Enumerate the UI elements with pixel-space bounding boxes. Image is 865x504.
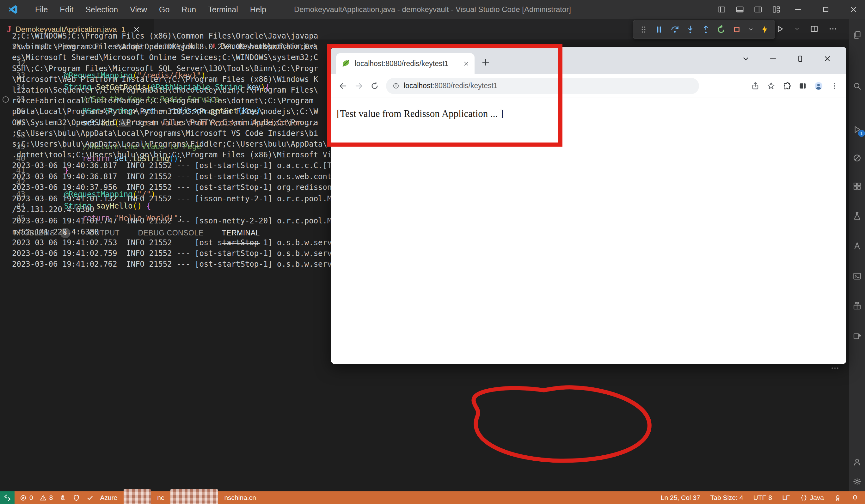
terminal-box-icon[interactable] xyxy=(852,271,862,281)
status-item-rocket[interactable] xyxy=(59,494,66,502)
chevron-down-icon[interactable] xyxy=(794,26,800,32)
menu-item-run[interactable]: Run xyxy=(175,0,202,19)
profile-avatar[interactable] xyxy=(814,82,823,90)
site-info-icon[interactable] xyxy=(392,82,400,90)
browser-tab[interactable]: localhost:8080/redis/keytest1 xyxy=(336,53,474,74)
warning-icon xyxy=(39,494,47,502)
back-icon[interactable] xyxy=(338,82,347,90)
status-item[interactable]: Ln 25, Col 37 xyxy=(661,494,700,502)
bookmark-star-icon[interactable] xyxy=(767,82,775,90)
maximize-icon[interactable] xyxy=(821,5,830,14)
browser-menu-icon[interactable] xyxy=(830,82,839,90)
breakpoint-icon[interactable] xyxy=(2,96,9,103)
beaker-icon[interactable] xyxy=(852,211,862,221)
browser-minimize-icon[interactable] xyxy=(769,54,777,63)
badge: 1 xyxy=(858,130,865,137)
menu-item-go[interactable]: Go xyxy=(153,0,175,19)
status-item[interactable]: LF xyxy=(782,494,790,502)
split-icon[interactable] xyxy=(810,24,819,34)
reload-icon[interactable] xyxy=(370,82,379,90)
close-x-icon[interactable] xyxy=(849,5,858,14)
status-text: UTF-8 xyxy=(753,494,772,502)
layout-custom-icon[interactable] xyxy=(772,5,781,14)
pause-icon[interactable] xyxy=(654,25,664,34)
grid-icon[interactable] xyxy=(852,181,862,191)
status-item-error-circle[interactable]: 0 xyxy=(20,494,33,502)
gift-icon xyxy=(852,301,862,310)
status-text: Ln 25, Col 37 xyxy=(661,494,700,502)
status-text: Java xyxy=(810,494,824,502)
share-icon[interactable] xyxy=(751,82,760,90)
status-item-warning[interactable]: 8 xyxy=(39,494,53,502)
layout-sidebar-left-icon[interactable] xyxy=(717,5,726,14)
gear-icon[interactable] xyxy=(852,477,862,486)
menu-item-terminal[interactable]: Terminal xyxy=(202,0,244,19)
status-item[interactable]: nschina.cn xyxy=(224,494,256,502)
person-icon[interactable] xyxy=(852,457,862,467)
minimize-icon[interactable] xyxy=(794,5,803,14)
browser-menu-chevron-icon[interactable] xyxy=(741,54,750,63)
status-item-braces[interactable]: Java xyxy=(800,494,824,502)
step-out-icon[interactable] xyxy=(701,25,711,34)
remote-icon xyxy=(3,494,11,502)
more-h-icon[interactable] xyxy=(828,24,838,34)
more-actions-icon[interactable] xyxy=(828,363,842,373)
right-activity-bar: 1 xyxy=(849,19,865,491)
copy-icon xyxy=(852,30,862,39)
browser-tab-close-icon[interactable] xyxy=(463,60,470,67)
browser-maximize-icon[interactable] xyxy=(796,54,805,63)
gift-icon[interactable] xyxy=(852,301,862,310)
titlebar: FileEditSelectionViewGoRunTerminalHelp D… xyxy=(0,0,865,19)
layout-controls xyxy=(717,0,781,19)
restart-icon[interactable] xyxy=(716,25,726,34)
response-text: [Test value from Redisson Application ..… xyxy=(331,98,846,119)
browser-tab-title: localhost:8080/redis/keytest1 xyxy=(355,59,459,68)
letter-a-icon[interactable] xyxy=(852,241,862,250)
menu-item-selection[interactable]: Selection xyxy=(79,0,124,19)
status-item[interactable]: UTF-8 xyxy=(753,494,772,502)
circle-slash-icon xyxy=(852,153,862,163)
search-icon[interactable] xyxy=(852,81,862,91)
side-panel-icon[interactable] xyxy=(798,82,807,90)
status-item[interactable]: Tab Size: 4 xyxy=(711,494,743,502)
status-text: 8 xyxy=(49,494,53,502)
menu-item-file[interactable]: File xyxy=(29,0,54,19)
debug-toolbar xyxy=(633,20,775,39)
layout-panel-icon[interactable] xyxy=(735,5,744,14)
stop-icon[interactable] xyxy=(732,25,742,34)
debug-play-icon[interactable]: 1 xyxy=(852,125,862,134)
copy-icon[interactable] xyxy=(852,30,862,39)
browser-close-icon[interactable] xyxy=(823,54,832,63)
browser-window-controls xyxy=(741,54,832,63)
new-tab-icon[interactable] xyxy=(481,58,491,67)
browser-tabstrip: localhost:8080/redis/keytest1 xyxy=(331,47,846,74)
url-host: localhost xyxy=(404,82,432,90)
chevron-down-icon[interactable] xyxy=(748,26,754,33)
status-item-bell[interactable] xyxy=(851,494,859,502)
status-item[interactable]: Azure xyxy=(100,494,117,502)
circle-slash-icon[interactable] xyxy=(852,153,862,163)
browser-window[interactable]: localhost:8080/redis/keytest1 localhost:… xyxy=(331,47,846,364)
layout-sidebar-right-icon[interactable] xyxy=(754,5,763,14)
status-item[interactable]: nc xyxy=(157,494,164,502)
forward-icon[interactable] xyxy=(354,82,363,90)
browser-content: [Test value from Redisson Application ..… xyxy=(331,98,846,364)
lightning-icon[interactable] xyxy=(760,25,770,34)
status-item-award[interactable] xyxy=(834,494,841,502)
status-item-shield[interactable] xyxy=(73,494,80,502)
letter-a-icon xyxy=(852,241,862,250)
address-bar[interactable]: localhost:8080/redis/keytest1 xyxy=(386,78,699,94)
menu-item-edit[interactable]: Edit xyxy=(54,0,79,19)
remote-indicator[interactable] xyxy=(0,491,14,504)
url-text: localhost:8080/redis/keytest1 xyxy=(404,82,498,90)
extensions-puzzle-icon[interactable] xyxy=(783,82,791,90)
menu-item-help[interactable]: Help xyxy=(244,0,272,19)
grip-icon[interactable] xyxy=(639,25,648,34)
java-file-icon: J xyxy=(7,24,11,34)
browser-toolbar: localhost:8080/redis/keytest1 xyxy=(331,74,846,98)
status-item-check[interactable] xyxy=(86,494,94,502)
step-into-icon[interactable] xyxy=(685,25,695,34)
menu-item-view[interactable]: View xyxy=(124,0,153,19)
step-over-icon[interactable] xyxy=(670,25,680,34)
package-icon[interactable] xyxy=(852,331,862,340)
